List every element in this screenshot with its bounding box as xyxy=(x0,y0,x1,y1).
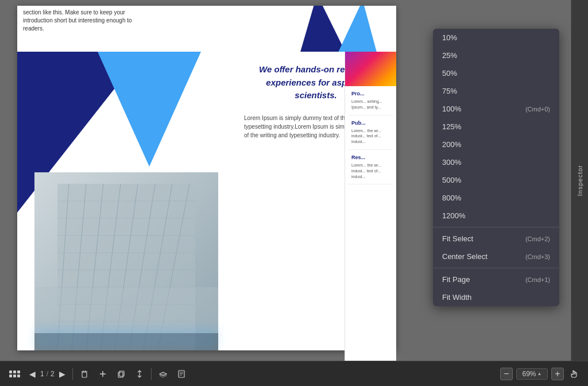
fit-select-label: Fit Select xyxy=(442,234,473,243)
sidebar-section-3: Res... Lorem... the wr... indust... text… xyxy=(348,150,393,184)
zoom-fit-page[interactable]: Fit Page (Cmd+1) xyxy=(433,271,559,288)
plus-icon xyxy=(98,369,107,379)
zoom-500-label: 500% xyxy=(442,176,461,184)
grid-dot-4 xyxy=(9,375,12,377)
center-select-label: Center Select xyxy=(442,252,488,261)
hand-svg-icon xyxy=(570,369,579,379)
page-main-content: We offer hands-on research experiences f… xyxy=(17,52,396,350)
zoom-100-label: 100% xyxy=(442,105,461,113)
sidebar-text-2: Lorem... the wr... indust... text of... … xyxy=(351,128,390,145)
center-select-shortcut: (Cmd+3) xyxy=(525,253,550,260)
zoom-100[interactable]: 100% (Cmd+0) xyxy=(433,100,559,118)
zoom-fit-width[interactable]: Fit Width xyxy=(433,288,559,306)
sidebar-text-3: Lorem... the wr... indust... text of... … xyxy=(351,163,390,179)
sidebar-section-2: Pub... Lorem... the wr... indust... text… xyxy=(348,115,393,150)
zoom-divider-2 xyxy=(433,268,559,268)
move-icon[interactable] xyxy=(133,367,146,381)
duplicate-page-icon[interactable] xyxy=(114,367,128,381)
document-page: section like this. Make sure to keep you… xyxy=(17,6,396,350)
fit-select-shortcut: (Cmd+2) xyxy=(525,236,550,242)
building-photo xyxy=(34,172,218,350)
zoom-300-label: 300% xyxy=(442,158,461,167)
zoom-display[interactable]: 69% ▲ xyxy=(516,368,548,380)
zoom-75[interactable]: 75% xyxy=(433,82,559,100)
zoom-500[interactable]: 500% xyxy=(433,171,559,189)
shape-light-blue xyxy=(324,6,394,52)
grid-dot-5 xyxy=(13,375,16,377)
zoom-value: 69% xyxy=(523,370,536,378)
pages-view-icon[interactable] xyxy=(175,367,188,381)
fit-width-label: Fit Width xyxy=(442,293,471,302)
left-column xyxy=(17,52,235,350)
grid-dot-6 xyxy=(17,375,20,377)
zoom-25[interactable]: 25% xyxy=(433,47,559,64)
zoom-200[interactable]: 200% xyxy=(433,136,559,153)
zoom-caret-icon: ▲ xyxy=(537,371,542,376)
zoom-10[interactable]: 10% xyxy=(433,29,559,47)
zoom-100-shortcut: (Cmd+0) xyxy=(525,106,550,113)
hand-tool-icon[interactable] xyxy=(567,367,581,381)
zoom-1200[interactable]: 1200% xyxy=(433,207,559,225)
layers-svg-icon xyxy=(158,369,168,379)
zoom-25-label: 25% xyxy=(442,51,457,60)
zoom-125-label: 125% xyxy=(442,122,461,131)
fit-page-label: Fit Page xyxy=(442,275,470,284)
sidebar-heading-1: Pro... xyxy=(351,91,390,96)
page-navigation: ◀ 1 / 2 ▶ xyxy=(27,368,68,380)
inspector-label: Inspector xyxy=(577,165,583,196)
toolbar-divider-2 xyxy=(151,368,152,380)
toolbar-right: − 69% ▲ + xyxy=(500,367,581,381)
zoom-dropdown-menu: 10% 25% 50% 75% 100% (Cmd+0) 125% 200% 3… xyxy=(433,29,559,306)
zoom-1200-label: 1200% xyxy=(442,211,465,220)
grid-dots xyxy=(9,370,20,377)
arrow-updown-icon xyxy=(135,369,144,379)
sidebar-heading-3: Res... xyxy=(351,155,390,160)
svg-rect-26 xyxy=(118,372,123,377)
zoom-800[interactable]: 800% xyxy=(433,189,559,207)
zoom-125[interactable]: 125% xyxy=(433,118,559,136)
copy-icon xyxy=(117,369,126,379)
layers-icon[interactable] xyxy=(156,367,170,381)
page-current: 1 xyxy=(40,370,44,378)
zoom-50[interactable]: 50% xyxy=(433,64,559,82)
delete-page-icon[interactable] xyxy=(78,367,91,381)
page-separator: / xyxy=(47,370,48,378)
zoom-fit-select[interactable]: Fit Select (Cmd+2) xyxy=(433,230,559,248)
bottom-toolbar: ◀ 1 / 2 ▶ xyxy=(0,361,588,386)
toolbar-left: ◀ 1 / 2 ▶ xyxy=(7,367,188,381)
light-blue-shape xyxy=(98,52,201,167)
zoom-75-label: 75% xyxy=(442,87,457,95)
building-shadow xyxy=(34,327,218,350)
zoom-in-button[interactable]: + xyxy=(551,368,564,380)
pages-svg-icon xyxy=(177,369,186,379)
add-page-icon[interactable] xyxy=(96,367,110,381)
svg-rect-27 xyxy=(119,371,124,376)
toolbar-divider-1 xyxy=(72,368,73,380)
prev-page-button[interactable]: ◀ xyxy=(27,368,38,380)
zoom-800-label: 800% xyxy=(442,194,461,202)
grid-dot-3 xyxy=(17,370,20,373)
page-top-section: section like this. Make sure to keep you… xyxy=(17,6,396,52)
zoom-300[interactable]: 300% xyxy=(433,153,559,171)
grid-view-icon[interactable] xyxy=(7,368,22,380)
fit-page-shortcut: (Cmd+1) xyxy=(525,276,550,283)
sidebar-heading-2: Pub... xyxy=(351,120,390,126)
second-page-sidebar: Pro... Lorem... writing... Ipsum... and … xyxy=(345,52,396,361)
grid-dot-1 xyxy=(9,370,12,373)
canvas-area: section like this. Make sure to keep you… xyxy=(0,0,588,361)
page-total: 2 xyxy=(51,370,55,378)
svg-rect-20 xyxy=(82,372,87,377)
sidebar-section-1: Pro... Lorem... writing... Ipsum... and … xyxy=(348,86,393,115)
building-svg xyxy=(34,172,218,350)
zoom-out-button[interactable]: − xyxy=(500,368,513,380)
next-page-button[interactable]: ▶ xyxy=(57,368,68,380)
zoom-200-label: 200% xyxy=(442,140,461,149)
intro-text: section like this. Make sure to keep you… xyxy=(23,9,138,33)
zoom-center-select[interactable]: Center Select (Cmd+3) xyxy=(433,248,559,265)
svg-rect-29 xyxy=(179,370,184,377)
sidebar-text-1: Lorem... writing... Ipsum... and ty... xyxy=(351,99,390,110)
top-corner-gradient xyxy=(345,52,396,86)
zoom-50-label: 50% xyxy=(442,69,457,78)
zoom-10-label: 10% xyxy=(442,33,457,42)
inspector-panel[interactable]: Inspector xyxy=(571,0,588,361)
